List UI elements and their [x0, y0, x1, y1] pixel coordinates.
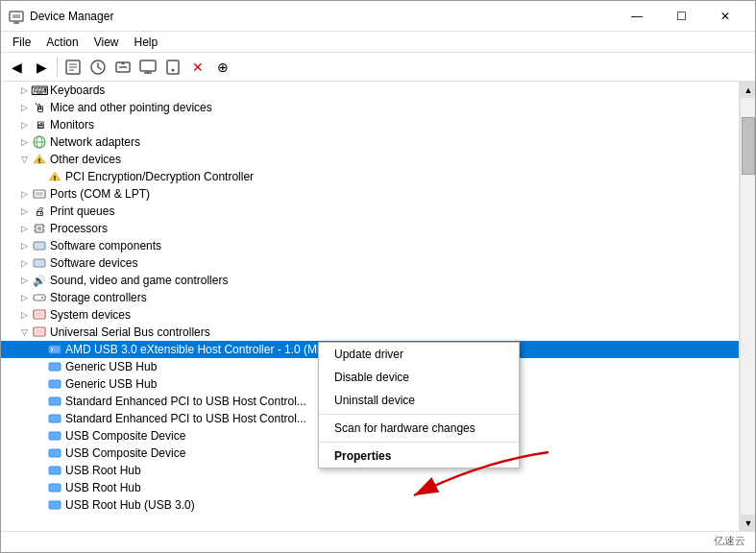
window-controls: — ☐ ✕ — [615, 1, 747, 32]
storage-label: Storage controllers — [50, 291, 147, 304]
expand-other[interactable]: ▽ — [16, 152, 32, 167]
tree-item-pci[interactable]: ▷ PCI Encryption/Decryption Controller — [1, 168, 739, 185]
context-sep-1 — [319, 414, 519, 415]
comp2-icon — [47, 445, 62, 461]
context-uninstall[interactable]: Uninstall device — [319, 389, 519, 412]
expand-storage[interactable]: ▷ — [16, 290, 32, 305]
tree-item-software-dev[interactable]: ▷ Software devices — [1, 254, 739, 272]
toolbar-delete[interactable]: ✕ — [186, 56, 209, 79]
pci-label: PCI Encryption/Decryption Controller — [65, 170, 254, 183]
sound-label: Sound, video and game controllers — [50, 274, 228, 287]
context-scan[interactable]: Scan for hardware changes — [319, 417, 519, 440]
tree-item-keyboards[interactable]: ▷ ⌨ Keyboards — [1, 82, 739, 99]
system-label: System devices — [50, 308, 131, 322]
menu-file[interactable]: File — [5, 34, 38, 51]
tree-item-software-comp[interactable]: ▷ Software components — [1, 237, 739, 254]
tree-item-processors[interactable]: ▷ Processors — [1, 220, 739, 237]
svg-rect-27 — [37, 227, 41, 230]
menu-help[interactable]: Help — [127, 34, 166, 51]
expand-processors[interactable]: ▷ — [16, 221, 32, 236]
tree-item-usb-root3[interactable]: ▷ USB Root Hub (USB 3.0) — [1, 496, 739, 514]
tree-item-usb-root2[interactable]: ▷ USB Root Hub — [1, 479, 739, 496]
tree-item-sound[interactable]: ▷ 🔊 Sound, video and game controllers — [1, 272, 739, 289]
root2-icon — [47, 480, 62, 495]
expand-root1: ▷ — [32, 463, 47, 478]
tree-item-storage[interactable]: ▷ Storage controllers — [1, 289, 739, 306]
processors-icon — [32, 221, 47, 236]
print-label: Print queues — [50, 204, 114, 218]
root3-icon — [47, 497, 62, 513]
watermark: 亿速云 — [714, 534, 745, 548]
expand-generic2: ▷ — [32, 376, 47, 392]
menu-view[interactable]: View — [86, 34, 127, 51]
menu-action[interactable]: Action — [38, 34, 85, 51]
other-label: Other devices — [50, 153, 121, 166]
toolbar-monitor[interactable] — [136, 56, 159, 79]
expand-usb[interactable]: ▽ — [16, 325, 32, 340]
comp1-icon — [47, 428, 62, 444]
generic2-label: Generic USB Hub — [65, 377, 157, 391]
ports-label: Ports (COM & LPT) — [50, 187, 150, 201]
toolbar-back[interactable]: ◀ — [5, 56, 28, 79]
toolbar-device[interactable] — [161, 56, 184, 79]
expand-sound[interactable]: ▷ — [16, 273, 32, 288]
expand-comp2: ▷ — [32, 445, 47, 461]
scrollbar-thumb[interactable] — [742, 117, 755, 175]
toolbar-update[interactable] — [86, 56, 110, 79]
device-manager-window: Device Manager — ☐ ✕ File Action View He… — [0, 0, 756, 553]
scroll-up[interactable]: ▲ — [741, 82, 755, 98]
network-icon — [32, 134, 47, 150]
expand-ports[interactable]: ▷ — [16, 186, 32, 202]
expand-network[interactable]: ▷ — [16, 134, 32, 150]
expand-system[interactable]: ▷ — [16, 307, 32, 323]
tree-item-network[interactable]: ▷ Network adapters — [1, 133, 739, 151]
tree-item-system[interactable]: ▷ System devices — [1, 306, 739, 324]
context-properties[interactable]: Properties — [319, 445, 519, 468]
amd-label: AMD USB 3.0 eXtensible Host Controller -… — [65, 343, 358, 356]
close-button[interactable]: ✕ — [703, 1, 747, 32]
root1-icon — [47, 463, 62, 478]
context-menu: Update driver Disable device Uninstall d… — [318, 342, 520, 469]
expand-monitors[interactable]: ▷ — [16, 117, 32, 132]
expand-software-comp[interactable]: ▷ — [16, 238, 32, 253]
scrollbar[interactable]: ▲ ▼ — [740, 82, 755, 531]
scroll-down[interactable]: ▼ — [741, 515, 755, 531]
svg-rect-43 — [49, 363, 61, 371]
title-bar: Device Manager — ☐ ✕ — [1, 1, 755, 32]
expand-print[interactable]: ▷ — [16, 204, 32, 219]
tree-item-ports[interactable]: ▷ Ports (COM & LPT) — [1, 185, 739, 203]
svg-rect-32 — [34, 242, 45, 250]
root1-label: USB Root Hub — [65, 464, 141, 477]
svg-rect-50 — [49, 484, 61, 492]
expand-mice[interactable]: ▷ — [16, 100, 32, 115]
std2-icon — [47, 411, 62, 426]
mice-icon: 🖱 — [32, 100, 47, 115]
window-title: Device Manager — [30, 10, 615, 23]
toolbar-forward[interactable]: ▶ — [30, 56, 53, 79]
svg-rect-48 — [49, 449, 61, 457]
toolbar-scan[interactable] — [111, 56, 134, 79]
svg-rect-45 — [49, 397, 61, 405]
context-update[interactable]: Update driver — [319, 343, 519, 366]
tree-item-monitors[interactable]: ▷ 🖥 Monitors — [1, 116, 739, 133]
keyboards-label: Keyboards — [50, 84, 105, 97]
maximize-button[interactable]: ☐ — [659, 1, 703, 32]
other-icon — [32, 152, 47, 167]
tree-item-mice[interactable]: ▷ 🖱 Mice and other pointing devices — [1, 99, 739, 116]
tree-item-other[interactable]: ▽ Other devices — [1, 151, 739, 168]
context-disable[interactable]: Disable device — [319, 366, 519, 389]
status-bar — [1, 531, 755, 552]
keyboard-icon: ⌨ — [32, 83, 47, 98]
app-icon — [9, 9, 24, 24]
amd-icon — [47, 342, 62, 357]
toolbar-add[interactable]: ⊕ — [211, 56, 234, 79]
tree-item-usb[interactable]: ▽ Universal Serial Bus controllers — [1, 324, 739, 341]
expand-software-dev[interactable]: ▷ — [16, 255, 32, 271]
monitors-label: Monitors — [50, 118, 94, 132]
minimize-button[interactable]: — — [615, 1, 659, 32]
svg-rect-44 — [49, 380, 61, 388]
toolbar-properties[interactable] — [61, 56, 85, 79]
scrollbar-track[interactable] — [741, 98, 755, 515]
svg-rect-37 — [36, 312, 43, 317]
tree-item-print[interactable]: ▷ 🖨 Print queues — [1, 203, 739, 220]
